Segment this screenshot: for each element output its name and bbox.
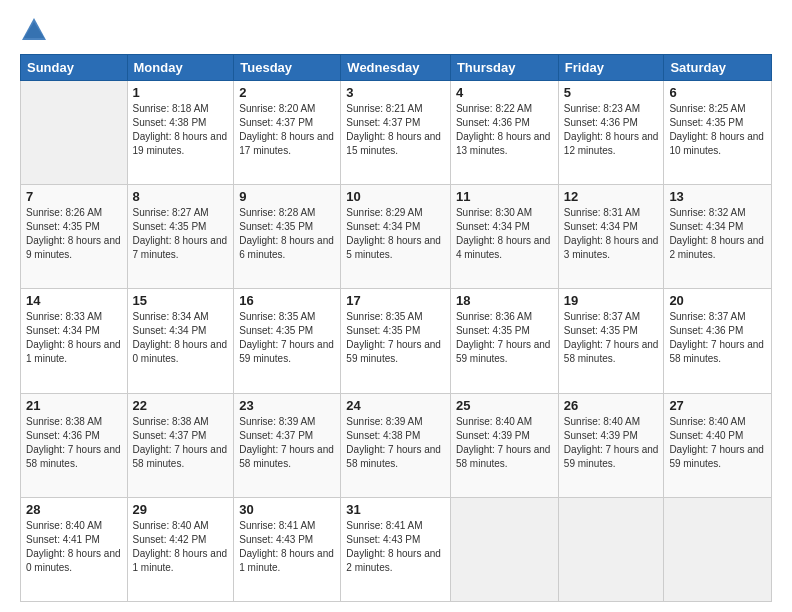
calendar-cell: 5Sunrise: 8:23 AMSunset: 4:36 PMDaylight…	[558, 81, 664, 185]
day-info: Sunrise: 8:28 AMSunset: 4:35 PMDaylight:…	[239, 206, 335, 262]
calendar-cell: 21Sunrise: 8:38 AMSunset: 4:36 PMDayligh…	[21, 393, 128, 497]
day-number: 22	[133, 398, 229, 413]
calendar-cell	[558, 497, 664, 601]
calendar-cell: 15Sunrise: 8:34 AMSunset: 4:34 PMDayligh…	[127, 289, 234, 393]
calendar-cell: 2Sunrise: 8:20 AMSunset: 4:37 PMDaylight…	[234, 81, 341, 185]
day-number: 23	[239, 398, 335, 413]
day-number: 8	[133, 189, 229, 204]
day-info: Sunrise: 8:22 AMSunset: 4:36 PMDaylight:…	[456, 102, 553, 158]
header	[20, 16, 772, 44]
day-number: 25	[456, 398, 553, 413]
day-number: 19	[564, 293, 659, 308]
calendar-cell: 28Sunrise: 8:40 AMSunset: 4:41 PMDayligh…	[21, 497, 128, 601]
calendar-cell: 1Sunrise: 8:18 AMSunset: 4:38 PMDaylight…	[127, 81, 234, 185]
day-number: 12	[564, 189, 659, 204]
day-number: 24	[346, 398, 445, 413]
weekday-header-wednesday: Wednesday	[341, 55, 451, 81]
day-info: Sunrise: 8:41 AMSunset: 4:43 PMDaylight:…	[346, 519, 445, 575]
weekday-header-saturday: Saturday	[664, 55, 772, 81]
day-info: Sunrise: 8:33 AMSunset: 4:34 PMDaylight:…	[26, 310, 122, 366]
day-number: 16	[239, 293, 335, 308]
calendar-cell: 18Sunrise: 8:36 AMSunset: 4:35 PMDayligh…	[450, 289, 558, 393]
calendar-cell: 3Sunrise: 8:21 AMSunset: 4:37 PMDaylight…	[341, 81, 451, 185]
calendar-cell: 31Sunrise: 8:41 AMSunset: 4:43 PMDayligh…	[341, 497, 451, 601]
day-info: Sunrise: 8:37 AMSunset: 4:35 PMDaylight:…	[564, 310, 659, 366]
day-number: 18	[456, 293, 553, 308]
calendar-week-row: 1Sunrise: 8:18 AMSunset: 4:38 PMDaylight…	[21, 81, 772, 185]
calendar-cell: 17Sunrise: 8:35 AMSunset: 4:35 PMDayligh…	[341, 289, 451, 393]
day-info: Sunrise: 8:38 AMSunset: 4:36 PMDaylight:…	[26, 415, 122, 471]
day-info: Sunrise: 8:36 AMSunset: 4:35 PMDaylight:…	[456, 310, 553, 366]
calendar-cell: 9Sunrise: 8:28 AMSunset: 4:35 PMDaylight…	[234, 185, 341, 289]
svg-marker-1	[24, 22, 44, 38]
day-number: 26	[564, 398, 659, 413]
day-info: Sunrise: 8:35 AMSunset: 4:35 PMDaylight:…	[239, 310, 335, 366]
day-info: Sunrise: 8:40 AMSunset: 4:39 PMDaylight:…	[564, 415, 659, 471]
day-number: 15	[133, 293, 229, 308]
calendar-cell	[450, 497, 558, 601]
calendar-week-row: 28Sunrise: 8:40 AMSunset: 4:41 PMDayligh…	[21, 497, 772, 601]
weekday-header-friday: Friday	[558, 55, 664, 81]
calendar-cell	[21, 81, 128, 185]
day-number: 5	[564, 85, 659, 100]
logo-icon	[20, 16, 48, 44]
day-info: Sunrise: 8:30 AMSunset: 4:34 PMDaylight:…	[456, 206, 553, 262]
day-number: 29	[133, 502, 229, 517]
calendar-cell: 26Sunrise: 8:40 AMSunset: 4:39 PMDayligh…	[558, 393, 664, 497]
day-number: 6	[669, 85, 766, 100]
day-info: Sunrise: 8:40 AMSunset: 4:39 PMDaylight:…	[456, 415, 553, 471]
day-number: 21	[26, 398, 122, 413]
weekday-header-thursday: Thursday	[450, 55, 558, 81]
calendar-cell: 25Sunrise: 8:40 AMSunset: 4:39 PMDayligh…	[450, 393, 558, 497]
day-number: 9	[239, 189, 335, 204]
day-info: Sunrise: 8:27 AMSunset: 4:35 PMDaylight:…	[133, 206, 229, 262]
day-info: Sunrise: 8:35 AMSunset: 4:35 PMDaylight:…	[346, 310, 445, 366]
day-info: Sunrise: 8:29 AMSunset: 4:34 PMDaylight:…	[346, 206, 445, 262]
day-info: Sunrise: 8:20 AMSunset: 4:37 PMDaylight:…	[239, 102, 335, 158]
calendar-cell: 29Sunrise: 8:40 AMSunset: 4:42 PMDayligh…	[127, 497, 234, 601]
calendar-week-row: 14Sunrise: 8:33 AMSunset: 4:34 PMDayligh…	[21, 289, 772, 393]
weekday-header-monday: Monday	[127, 55, 234, 81]
day-info: Sunrise: 8:25 AMSunset: 4:35 PMDaylight:…	[669, 102, 766, 158]
calendar-cell: 20Sunrise: 8:37 AMSunset: 4:36 PMDayligh…	[664, 289, 772, 393]
calendar-cell: 12Sunrise: 8:31 AMSunset: 4:34 PMDayligh…	[558, 185, 664, 289]
calendar-table: SundayMondayTuesdayWednesdayThursdayFrid…	[20, 54, 772, 602]
weekday-header-tuesday: Tuesday	[234, 55, 341, 81]
day-info: Sunrise: 8:31 AMSunset: 4:34 PMDaylight:…	[564, 206, 659, 262]
day-number: 13	[669, 189, 766, 204]
calendar-week-row: 7Sunrise: 8:26 AMSunset: 4:35 PMDaylight…	[21, 185, 772, 289]
calendar-cell: 4Sunrise: 8:22 AMSunset: 4:36 PMDaylight…	[450, 81, 558, 185]
day-number: 30	[239, 502, 335, 517]
day-number: 14	[26, 293, 122, 308]
day-number: 1	[133, 85, 229, 100]
day-number: 17	[346, 293, 445, 308]
day-info: Sunrise: 8:26 AMSunset: 4:35 PMDaylight:…	[26, 206, 122, 262]
calendar-cell: 30Sunrise: 8:41 AMSunset: 4:43 PMDayligh…	[234, 497, 341, 601]
day-number: 10	[346, 189, 445, 204]
calendar-cell: 7Sunrise: 8:26 AMSunset: 4:35 PMDaylight…	[21, 185, 128, 289]
day-info: Sunrise: 8:32 AMSunset: 4:34 PMDaylight:…	[669, 206, 766, 262]
day-info: Sunrise: 8:23 AMSunset: 4:36 PMDaylight:…	[564, 102, 659, 158]
day-number: 7	[26, 189, 122, 204]
day-info: Sunrise: 8:34 AMSunset: 4:34 PMDaylight:…	[133, 310, 229, 366]
calendar-cell: 6Sunrise: 8:25 AMSunset: 4:35 PMDaylight…	[664, 81, 772, 185]
calendar-page: SundayMondayTuesdayWednesdayThursdayFrid…	[0, 0, 792, 612]
calendar-cell: 10Sunrise: 8:29 AMSunset: 4:34 PMDayligh…	[341, 185, 451, 289]
calendar-cell: 24Sunrise: 8:39 AMSunset: 4:38 PMDayligh…	[341, 393, 451, 497]
calendar-cell	[664, 497, 772, 601]
calendar-cell: 23Sunrise: 8:39 AMSunset: 4:37 PMDayligh…	[234, 393, 341, 497]
weekday-header-sunday: Sunday	[21, 55, 128, 81]
day-number: 27	[669, 398, 766, 413]
day-info: Sunrise: 8:37 AMSunset: 4:36 PMDaylight:…	[669, 310, 766, 366]
day-info: Sunrise: 8:18 AMSunset: 4:38 PMDaylight:…	[133, 102, 229, 158]
calendar-week-row: 21Sunrise: 8:38 AMSunset: 4:36 PMDayligh…	[21, 393, 772, 497]
calendar-cell: 16Sunrise: 8:35 AMSunset: 4:35 PMDayligh…	[234, 289, 341, 393]
calendar-cell: 27Sunrise: 8:40 AMSunset: 4:40 PMDayligh…	[664, 393, 772, 497]
day-info: Sunrise: 8:40 AMSunset: 4:40 PMDaylight:…	[669, 415, 766, 471]
day-number: 28	[26, 502, 122, 517]
day-number: 20	[669, 293, 766, 308]
logo	[20, 16, 52, 44]
calendar-cell: 19Sunrise: 8:37 AMSunset: 4:35 PMDayligh…	[558, 289, 664, 393]
day-number: 3	[346, 85, 445, 100]
day-info: Sunrise: 8:39 AMSunset: 4:38 PMDaylight:…	[346, 415, 445, 471]
